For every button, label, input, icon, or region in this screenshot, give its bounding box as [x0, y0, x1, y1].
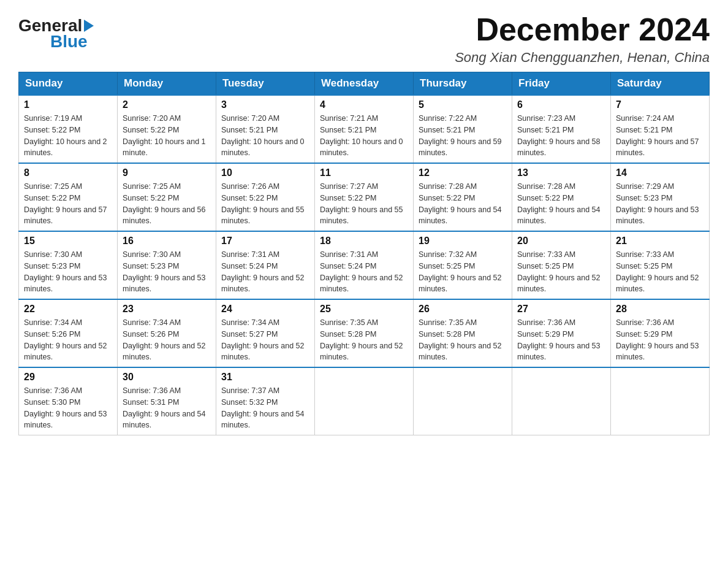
- day-number: 23: [123, 304, 211, 315]
- day-info: Sunrise: 7:35 AM Sunset: 5:28 PM Dayligh…: [419, 317, 507, 363]
- calendar-cell: 20 Sunrise: 7:33 AM Sunset: 5:25 PM Dayl…: [512, 231, 611, 299]
- day-number: 14: [616, 167, 704, 178]
- header-monday: Monday: [118, 72, 216, 96]
- calendar-cell: 24 Sunrise: 7:34 AM Sunset: 5:27 PM Dayl…: [216, 299, 315, 367]
- day-info: Sunrise: 7:23 AM Sunset: 5:21 PM Dayligh…: [517, 113, 605, 159]
- day-info: Sunrise: 7:19 AM Sunset: 5:22 PM Dayligh…: [24, 113, 112, 159]
- day-info: Sunrise: 7:25 AM Sunset: 5:22 PM Dayligh…: [24, 181, 112, 227]
- day-number: 22: [24, 304, 112, 315]
- day-info: Sunrise: 7:28 AM Sunset: 5:22 PM Dayligh…: [419, 181, 507, 227]
- day-number: 6: [517, 99, 605, 110]
- day-info: Sunrise: 7:28 AM Sunset: 5:22 PM Dayligh…: [517, 181, 605, 227]
- day-number: 27: [517, 304, 605, 315]
- week-row-1: 1 Sunrise: 7:19 AM Sunset: 5:22 PM Dayli…: [19, 95, 710, 163]
- day-number: 12: [419, 167, 507, 178]
- calendar-cell: 22 Sunrise: 7:34 AM Sunset: 5:26 PM Dayl…: [19, 299, 118, 367]
- day-number: 2: [123, 99, 211, 110]
- day-number: 30: [123, 372, 211, 383]
- day-number: 18: [320, 236, 408, 247]
- calendar-cell: [611, 367, 710, 435]
- day-info: Sunrise: 7:34 AM Sunset: 5:27 PM Dayligh…: [221, 317, 309, 363]
- day-info: Sunrise: 7:27 AM Sunset: 5:22 PM Dayligh…: [320, 181, 408, 227]
- day-info: Sunrise: 7:25 AM Sunset: 5:22 PM Dayligh…: [123, 181, 211, 227]
- calendar-cell: 9 Sunrise: 7:25 AM Sunset: 5:22 PM Dayli…: [118, 163, 216, 231]
- calendar-cell: 30 Sunrise: 7:36 AM Sunset: 5:31 PM Dayl…: [118, 367, 216, 435]
- day-number: 9: [123, 167, 211, 178]
- day-number: 11: [320, 167, 408, 178]
- header-wednesday: Wednesday: [315, 72, 414, 96]
- day-number: 15: [24, 236, 112, 247]
- calendar-cell: 15 Sunrise: 7:30 AM Sunset: 5:23 PM Dayl…: [19, 231, 118, 299]
- month-title: December 2024: [455, 12, 710, 47]
- calendar-cell: 10 Sunrise: 7:26 AM Sunset: 5:22 PM Dayl…: [216, 163, 315, 231]
- day-number: 16: [123, 236, 211, 247]
- day-info: Sunrise: 7:29 AM Sunset: 5:23 PM Dayligh…: [616, 181, 704, 227]
- week-row-2: 8 Sunrise: 7:25 AM Sunset: 5:22 PM Dayli…: [19, 163, 710, 231]
- calendar-cell: [414, 367, 512, 435]
- day-info: Sunrise: 7:37 AM Sunset: 5:32 PM Dayligh…: [221, 385, 309, 431]
- day-info: Sunrise: 7:36 AM Sunset: 5:29 PM Dayligh…: [517, 317, 605, 363]
- day-info: Sunrise: 7:36 AM Sunset: 5:31 PM Dayligh…: [123, 385, 211, 431]
- day-info: Sunrise: 7:20 AM Sunset: 5:22 PM Dayligh…: [123, 113, 211, 159]
- calendar-cell: 7 Sunrise: 7:24 AM Sunset: 5:21 PM Dayli…: [611, 95, 710, 163]
- calendar-cell: 29 Sunrise: 7:36 AM Sunset: 5:30 PM Dayl…: [19, 367, 118, 435]
- day-info: Sunrise: 7:20 AM Sunset: 5:21 PM Dayligh…: [221, 113, 309, 159]
- calendar-cell: 16 Sunrise: 7:30 AM Sunset: 5:23 PM Dayl…: [118, 231, 216, 299]
- day-number: 19: [419, 236, 507, 247]
- day-number: 31: [221, 372, 309, 383]
- day-number: 4: [320, 99, 408, 110]
- calendar-table: SundayMondayTuesdayWednesdayThursdayFrid…: [18, 72, 710, 435]
- day-number: 10: [221, 167, 309, 178]
- day-info: Sunrise: 7:30 AM Sunset: 5:23 PM Dayligh…: [123, 249, 211, 295]
- calendar-cell: 25 Sunrise: 7:35 AM Sunset: 5:28 PM Dayl…: [315, 299, 414, 367]
- day-info: Sunrise: 7:36 AM Sunset: 5:29 PM Dayligh…: [616, 317, 704, 363]
- calendar-cell: 21 Sunrise: 7:33 AM Sunset: 5:25 PM Dayl…: [611, 231, 710, 299]
- day-number: 24: [221, 304, 309, 315]
- calendar-cell: 27 Sunrise: 7:36 AM Sunset: 5:29 PM Dayl…: [512, 299, 611, 367]
- day-info: Sunrise: 7:33 AM Sunset: 5:25 PM Dayligh…: [616, 249, 704, 295]
- calendar-cell: 11 Sunrise: 7:27 AM Sunset: 5:22 PM Dayl…: [315, 163, 414, 231]
- day-info: Sunrise: 7:34 AM Sunset: 5:26 PM Dayligh…: [123, 317, 211, 363]
- title-area: December 2024 Song Xian Chengguanzhen, H…: [455, 12, 710, 66]
- day-number: 28: [616, 304, 704, 315]
- logo-blue-text: Blue: [50, 32, 96, 52]
- calendar-cell: 19 Sunrise: 7:32 AM Sunset: 5:25 PM Dayl…: [414, 231, 512, 299]
- calendar-cell: [512, 367, 611, 435]
- calendar-cell: [315, 367, 414, 435]
- day-info: Sunrise: 7:31 AM Sunset: 5:24 PM Dayligh…: [221, 249, 309, 295]
- header-row: SundayMondayTuesdayWednesdayThursdayFrid…: [19, 72, 710, 96]
- calendar-cell: 2 Sunrise: 7:20 AM Sunset: 5:22 PM Dayli…: [118, 95, 216, 163]
- day-number: 7: [616, 99, 704, 110]
- day-number: 25: [320, 304, 408, 315]
- day-info: Sunrise: 7:30 AM Sunset: 5:23 PM Dayligh…: [24, 249, 112, 295]
- calendar-cell: 17 Sunrise: 7:31 AM Sunset: 5:24 PM Dayl…: [216, 231, 315, 299]
- calendar-cell: 18 Sunrise: 7:31 AM Sunset: 5:24 PM Dayl…: [315, 231, 414, 299]
- week-row-5: 29 Sunrise: 7:36 AM Sunset: 5:30 PM Dayl…: [19, 367, 710, 435]
- calendar-cell: 8 Sunrise: 7:25 AM Sunset: 5:22 PM Dayli…: [19, 163, 118, 231]
- calendar-cell: 1 Sunrise: 7:19 AM Sunset: 5:22 PM Dayli…: [19, 95, 118, 163]
- calendar-body: 1 Sunrise: 7:19 AM Sunset: 5:22 PM Dayli…: [19, 95, 710, 435]
- day-info: Sunrise: 7:26 AM Sunset: 5:22 PM Dayligh…: [221, 181, 309, 227]
- calendar-cell: 3 Sunrise: 7:20 AM Sunset: 5:21 PM Dayli…: [216, 95, 315, 163]
- header-saturday: Saturday: [611, 72, 710, 96]
- header-tuesday: Tuesday: [216, 72, 315, 96]
- header-thursday: Thursday: [414, 72, 512, 96]
- calendar-cell: 5 Sunrise: 7:22 AM Sunset: 5:21 PM Dayli…: [414, 95, 512, 163]
- day-number: 8: [24, 167, 112, 178]
- day-info: Sunrise: 7:31 AM Sunset: 5:24 PM Dayligh…: [320, 249, 408, 295]
- calendar-header: SundayMondayTuesdayWednesdayThursdayFrid…: [19, 72, 710, 96]
- calendar-cell: 14 Sunrise: 7:29 AM Sunset: 5:23 PM Dayl…: [611, 163, 710, 231]
- week-row-4: 22 Sunrise: 7:34 AM Sunset: 5:26 PM Dayl…: [19, 299, 710, 367]
- day-info: Sunrise: 7:34 AM Sunset: 5:26 PM Dayligh…: [24, 317, 112, 363]
- day-info: Sunrise: 7:33 AM Sunset: 5:25 PM Dayligh…: [517, 249, 605, 295]
- calendar-cell: 13 Sunrise: 7:28 AM Sunset: 5:22 PM Dayl…: [512, 163, 611, 231]
- day-info: Sunrise: 7:35 AM Sunset: 5:28 PM Dayligh…: [320, 317, 408, 363]
- calendar-cell: 23 Sunrise: 7:34 AM Sunset: 5:26 PM Dayl…: [118, 299, 216, 367]
- day-number: 29: [24, 372, 112, 383]
- location-subtitle: Song Xian Chengguanzhen, Henan, China: [455, 50, 710, 66]
- day-info: Sunrise: 7:21 AM Sunset: 5:21 PM Dayligh…: [320, 113, 408, 159]
- calendar-cell: 28 Sunrise: 7:36 AM Sunset: 5:29 PM Dayl…: [611, 299, 710, 367]
- day-number: 26: [419, 304, 507, 315]
- day-info: Sunrise: 7:22 AM Sunset: 5:21 PM Dayligh…: [419, 113, 507, 159]
- calendar-cell: 4 Sunrise: 7:21 AM Sunset: 5:21 PM Dayli…: [315, 95, 414, 163]
